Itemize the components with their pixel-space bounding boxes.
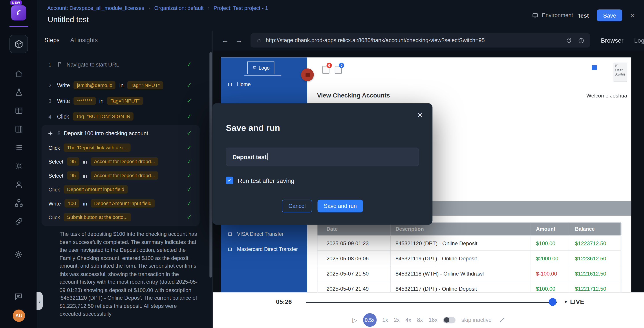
tab-steps[interactable]: Steps xyxy=(44,37,60,43)
step-connector: in xyxy=(83,159,87,165)
user-avatar[interactable]: AU xyxy=(13,310,25,322)
tab-ai-insights[interactable]: AI insights xyxy=(70,37,98,43)
step-row-write-password[interactable]: 3 Write ******** in Tag="INPUT" ✓ xyxy=(38,93,212,109)
substep-row[interactable]: Select 95 in Account for Deposit dropd..… xyxy=(42,168,200,182)
cell-description: 845321120 (DPT) - Online Deposit xyxy=(390,236,531,251)
save-and-run-button[interactable]: Save and run xyxy=(318,199,363,212)
bank-menu-label: Mastercard Direct Transfer xyxy=(237,246,298,252)
rail-item-feedback[interactable] xyxy=(14,292,23,301)
step-target-chip: Tag="INPUT" xyxy=(127,81,163,89)
step-row-click-signin[interactable]: 4 Click Tag="BUTTON" SIGN IN ✓ xyxy=(38,109,212,124)
bank-menu-home[interactable]: Home xyxy=(228,82,250,87)
info-icon[interactable] xyxy=(578,37,584,44)
step-number: 3 xyxy=(48,98,53,104)
rail-item-home[interactable] xyxy=(14,69,24,79)
back-icon[interactable]: ← xyxy=(222,36,229,44)
step-connector: in xyxy=(99,98,104,104)
user-icon xyxy=(14,180,23,189)
cell-date: 2025-05-07 21:49 xyxy=(318,281,390,292)
tab-log[interactable]: Log xyxy=(634,37,644,44)
rail-item-lab[interactable] xyxy=(14,87,24,97)
substep-row[interactable]: Write 100 in Deposit Amount input field … xyxy=(42,196,200,210)
bank-menu-visa-transfer[interactable]: VISA Direct Transfer xyxy=(228,231,284,237)
step-target-chip: Deposit Amount input field xyxy=(91,199,154,207)
col-header-amount: Amount xyxy=(531,223,570,235)
app-logo[interactable] xyxy=(11,5,26,20)
rail-item-tests[interactable] xyxy=(10,35,28,53)
square-bullet-icon xyxy=(228,248,232,251)
rail-item-users[interactable] xyxy=(14,179,24,189)
substep-row[interactable]: Select 95 in Account for Deposit dropd..… xyxy=(42,155,200,168)
extension-icon[interactable]: 0 xyxy=(322,66,330,74)
breadcrumb-account[interactable]: Account: Devspace_all_module_licenses xyxy=(47,5,144,11)
steps-scrollbar[interactable] xyxy=(210,52,212,278)
checkbox-checked[interactable]: ✓ xyxy=(226,177,233,184)
forward-icon[interactable]: → xyxy=(235,36,242,44)
panel-collapse-handle[interactable]: › xyxy=(36,292,43,310)
link-icon xyxy=(14,217,23,226)
step-connector: in xyxy=(119,82,124,88)
step-number: 4 xyxy=(48,113,53,119)
broken-image-icon xyxy=(252,66,257,70)
refresh-icon[interactable] xyxy=(566,37,572,44)
speed-1x[interactable]: 1x xyxy=(382,317,388,323)
breadcrumb-organization[interactable]: Organization: default xyxy=(154,5,204,11)
test-name-input[interactable]: Deposit test xyxy=(226,148,419,166)
save-button[interactable]: Save xyxy=(597,9,622,21)
avatar-initials: AU xyxy=(16,313,22,319)
speed-4x[interactable]: 4x xyxy=(405,317,411,323)
step-row-write-email[interactable]: 2 Write jsmith@demo.io in Tag="INPUT" ✓ xyxy=(38,77,212,93)
flask-icon xyxy=(14,88,23,97)
rail-item-columns[interactable] xyxy=(14,124,24,134)
table-row: 2025-05-07 21:49 845321117 (DPT) - Onlin… xyxy=(318,281,620,292)
list-icon xyxy=(14,143,23,152)
playhead-handle[interactable] xyxy=(549,298,556,306)
modal-close-icon[interactable]: × xyxy=(417,110,422,121)
rail-item-settings[interactable] xyxy=(14,161,24,171)
step-action: Write xyxy=(57,98,70,104)
step-row-navigate[interactable]: 1 Navigate to start URL ✓ xyxy=(38,57,212,72)
cell-date: 2025-05-07 21:50 xyxy=(318,266,390,281)
step-action: Click xyxy=(57,113,69,119)
replay-player-bar: 05:26 ● LIVE ▷ 0.5x 1x 2x 4x 8x 16x skip… xyxy=(213,292,644,328)
record-button[interactable] xyxy=(301,68,314,81)
step-connector: in xyxy=(83,172,87,178)
step-target-chip: Account for Deposit dropd... xyxy=(90,171,158,179)
rail-item-admin-settings[interactable] xyxy=(14,250,23,259)
rail-item-list[interactable] xyxy=(14,143,24,153)
table-row: 2025-05-07 21:50 845321118 (WTH) - Onlin… xyxy=(318,266,620,281)
fullscreen-icon[interactable] xyxy=(499,317,505,323)
breadcrumb-project[interactable]: Project: Test project - 1 xyxy=(214,5,268,11)
step-action: Select xyxy=(48,159,63,165)
url-bar[interactable]: http://stage.dbank.prod-apps.relicx.ai:8… xyxy=(250,33,590,47)
environment-selector[interactable]: Environment test xyxy=(532,12,589,19)
speed-8x[interactable]: 8x xyxy=(417,317,423,323)
test-title[interactable]: Untitled test xyxy=(48,15,89,24)
start-url-link[interactable]: start URL xyxy=(96,61,119,67)
rail-item-tables[interactable] xyxy=(14,106,24,116)
bank-logo-divider xyxy=(244,76,281,76)
play-icon[interactable]: ▷ xyxy=(352,316,357,324)
substep-row[interactable]: Click The 'Deposit' link with a si... ✓ xyxy=(42,141,200,155)
step-action: Click xyxy=(48,145,60,151)
checkbox-label[interactable]: Run test after saving xyxy=(238,177,294,184)
rail-item-integrations[interactable] xyxy=(14,216,24,226)
step-group-header[interactable]: 5 Deposit 100 into checking account ✓ xyxy=(42,126,200,141)
bank-menu-mastercard-transfer[interactable]: Mastercard Direct Transfer xyxy=(228,246,298,252)
cancel-button[interactable]: Cancel xyxy=(282,199,312,212)
substep-row[interactable]: Click Deposit Amount input field ✓ xyxy=(42,182,200,196)
check-icon: ✓ xyxy=(187,172,192,179)
environment-value: test xyxy=(578,12,589,19)
substep-row[interactable]: Click Submit button at the botto... ✓ xyxy=(42,210,200,224)
tab-browser[interactable]: Browser xyxy=(601,37,624,44)
extension-icon[interactable]: 0 xyxy=(335,66,342,74)
close-icon[interactable]: × xyxy=(630,11,635,19)
speed-2x[interactable]: 2x xyxy=(394,317,400,323)
timeline-track[interactable] xyxy=(306,302,557,303)
blue-square-icon[interactable] xyxy=(592,65,597,70)
skip-inactive-toggle[interactable] xyxy=(444,317,456,324)
speed-0-5x[interactable]: 0.5x xyxy=(363,313,376,327)
speed-16x[interactable]: 16x xyxy=(429,317,438,323)
col-header-balance: Balance xyxy=(570,223,621,235)
rail-item-workflows[interactable] xyxy=(14,198,24,208)
